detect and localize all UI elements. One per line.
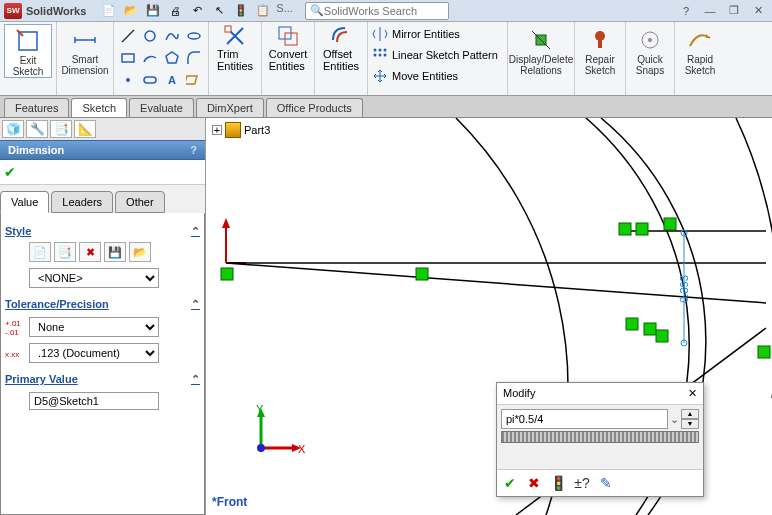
display-delete-relations-button[interactable]: Display/Delete Relations bbox=[512, 24, 570, 76]
view-triad: X Y bbox=[246, 403, 306, 465]
offset-button[interactable]: Offset Entities bbox=[319, 24, 363, 72]
text-tool[interactable]: A bbox=[162, 70, 182, 90]
thumbwheel[interactable] bbox=[501, 431, 699, 443]
modify-cancel-button[interactable]: ✖ bbox=[525, 474, 543, 492]
svg-marker-5 bbox=[166, 52, 178, 63]
tab-sketch[interactable]: Sketch bbox=[71, 98, 127, 117]
polygon-tool[interactable] bbox=[162, 48, 182, 68]
ellipse-tool[interactable] bbox=[184, 26, 204, 46]
rapid-icon bbox=[686, 26, 714, 54]
style-btn-2[interactable]: 📑 bbox=[54, 242, 76, 262]
help-button[interactable]: ? bbox=[676, 3, 696, 19]
new-button[interactable]: 📄 bbox=[100, 2, 118, 20]
svg-line-19 bbox=[532, 31, 550, 49]
style-btn-1[interactable]: 📄 bbox=[29, 242, 51, 262]
svg-point-6 bbox=[126, 78, 130, 82]
point-tool[interactable] bbox=[118, 70, 138, 90]
search-box[interactable]: 🔍 bbox=[305, 2, 449, 20]
style-btn-3[interactable]: ✖ bbox=[79, 242, 101, 262]
accept-icon[interactable]: ✔ bbox=[4, 164, 16, 180]
circle-tool[interactable] bbox=[140, 26, 160, 46]
select-button[interactable]: ↖ bbox=[210, 2, 228, 20]
fillet-tool[interactable] bbox=[184, 48, 204, 68]
panel-help-icon[interactable]: ? bbox=[190, 144, 197, 156]
svg-point-23 bbox=[648, 38, 652, 42]
primary-value-section[interactable]: Primary Value⌃ bbox=[5, 373, 200, 386]
modify-reverse-button[interactable]: ±? bbox=[573, 474, 591, 492]
qat-search-short: S... bbox=[276, 2, 293, 20]
exit-sketch-button[interactable]: Exit Sketch bbox=[4, 24, 52, 78]
tolerance-icon: +.01-.01 bbox=[5, 319, 27, 337]
modify-dialog: Modify ✕ ⌄ ▲▼ ✔ ✖ 🚦 ±? ✎ bbox=[496, 382, 704, 497]
property-tab[interactable]: 🔧 bbox=[26, 120, 48, 138]
spline-tool[interactable] bbox=[162, 26, 182, 46]
restore-button[interactable]: ❐ bbox=[724, 3, 744, 19]
style-section[interactable]: Style⌃ bbox=[5, 225, 200, 238]
smart-dimension-button[interactable]: Smart Dimension bbox=[61, 24, 109, 76]
plane-tool[interactable] bbox=[184, 70, 204, 90]
modify-accept-button[interactable]: ✔ bbox=[501, 474, 519, 492]
tolerance-section[interactable]: Tolerance/Precision⌃ bbox=[5, 298, 200, 311]
prop-tab-leaders[interactable]: Leaders bbox=[51, 191, 113, 213]
tab-office-products[interactable]: Office Products bbox=[266, 98, 363, 117]
svg-point-14 bbox=[384, 49, 387, 52]
primary-value-input[interactable] bbox=[29, 392, 159, 410]
modify-mark-button[interactable]: ✎ bbox=[597, 474, 615, 492]
repair-icon bbox=[586, 26, 614, 54]
mirror-button[interactable]: Mirror Entities bbox=[372, 24, 460, 44]
precision-select[interactable]: .123 (Document) bbox=[29, 343, 159, 363]
quick-snaps-button[interactable]: Quick Snaps bbox=[630, 24, 670, 76]
modify-close-button[interactable]: ✕ bbox=[688, 387, 697, 400]
modify-value-input[interactable] bbox=[501, 409, 668, 429]
modify-rebuild-button[interactable]: 🚦 bbox=[549, 474, 567, 492]
app-logo: SW bbox=[4, 3, 22, 19]
traffic-light-icon[interactable]: 🚦 bbox=[232, 2, 250, 20]
close-button[interactable]: ✕ bbox=[748, 3, 768, 19]
tab-evaluate[interactable]: Evaluate bbox=[129, 98, 194, 117]
repair-sketch-button[interactable]: Repair Sketch bbox=[579, 24, 621, 76]
min-button[interactable]: — bbox=[700, 3, 720, 19]
save-button[interactable]: 💾 bbox=[144, 2, 162, 20]
chevron-up-icon: ⌃ bbox=[191, 225, 200, 238]
tolerance-type-select[interactable]: None bbox=[29, 317, 159, 337]
prop-tab-value[interactable]: Value bbox=[0, 191, 49, 213]
svg-rect-34 bbox=[221, 268, 233, 280]
rect-tool[interactable] bbox=[118, 48, 138, 68]
style-btn-5[interactable]: 📂 bbox=[129, 242, 151, 262]
prop-tab-other[interactable]: Other bbox=[115, 191, 165, 213]
arc-tool[interactable] bbox=[140, 48, 160, 68]
tab-dimxpert[interactable]: DimXpert bbox=[196, 98, 264, 117]
graphics-viewport[interactable]: + Part3 bbox=[206, 118, 772, 515]
dropdown-icon[interactable]: ⌄ bbox=[668, 413, 681, 426]
slot-tool[interactable] bbox=[140, 70, 160, 90]
svg-rect-41 bbox=[656, 330, 668, 342]
print-button[interactable]: 🖨 bbox=[166, 2, 184, 20]
search-input[interactable] bbox=[324, 5, 444, 17]
svg-point-13 bbox=[379, 49, 382, 52]
command-tabs: Features Sketch Evaluate DimXpert Office… bbox=[0, 96, 772, 118]
chevron-up-icon: ⌃ bbox=[191, 298, 200, 311]
style-btn-4[interactable]: 💾 bbox=[104, 242, 126, 262]
line-tool[interactable] bbox=[118, 26, 138, 46]
tab-features[interactable]: Features bbox=[4, 98, 69, 117]
undo-button[interactable]: ↶ bbox=[188, 2, 206, 20]
modify-title: Modify bbox=[503, 387, 535, 400]
value-spinner[interactable]: ▲▼ bbox=[681, 409, 699, 429]
feature-tree-tab[interactable]: 🧊 bbox=[2, 120, 24, 138]
open-button[interactable]: 📂 bbox=[122, 2, 140, 20]
trim-button[interactable]: Trim Entities bbox=[213, 24, 257, 72]
svg-rect-21 bbox=[598, 36, 602, 48]
precision-icon: x.xx bbox=[5, 350, 27, 359]
rapid-sketch-button[interactable]: Rapid Sketch bbox=[679, 24, 721, 76]
dim-tab[interactable]: 📐 bbox=[74, 120, 96, 138]
options-button[interactable]: 📋 bbox=[254, 2, 272, 20]
pattern-button[interactable]: Linear Sketch Pattern bbox=[372, 45, 498, 65]
convert-button[interactable]: Convert Entities bbox=[266, 24, 310, 72]
svg-rect-37 bbox=[636, 223, 648, 235]
svg-point-2 bbox=[145, 31, 155, 41]
move-button[interactable]: Move Entities bbox=[372, 66, 458, 86]
panel-title: Dimension bbox=[8, 144, 64, 156]
style-select[interactable]: <NONE> bbox=[29, 268, 159, 288]
config-tab[interactable]: 📑 bbox=[50, 120, 72, 138]
dimension-value[interactable]: 0.393 bbox=[678, 275, 690, 303]
